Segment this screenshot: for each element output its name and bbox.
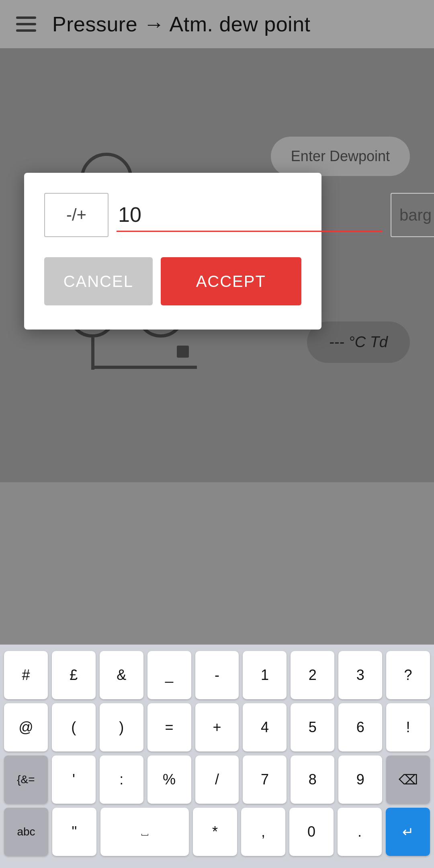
key-minus[interactable]: - [195,651,239,699]
key-comma[interactable]: , [241,808,285,856]
keyboard-row-2: @ ( ) = + 4 5 6 ! [4,703,430,751]
key-hash[interactable]: # [4,651,48,699]
key-7[interactable]: 7 [243,755,287,804]
enter-key[interactable]: ↵ [386,808,430,856]
keyboard-row-3: {&= ' : % / 7 8 9 ⌫ [4,755,430,804]
enter-icon: ↵ [402,824,414,840]
key-symbols[interactable]: {&= [4,755,48,804]
key-doublequote[interactable]: " [52,808,96,856]
keyboard: # £ & _ - 1 2 3 ? @ ( ) = + 4 5 6 ! {&= … [0,645,434,868]
key-abc[interactable]: abc [4,808,48,856]
dialog-buttons: CANCEL ACCEPT [44,257,301,305]
key-4[interactable]: 4 [243,703,287,751]
key-underscore[interactable]: _ [147,651,191,699]
dialog-overlay: -/+ barg CANCEL ACCEPT [0,48,434,482]
key-period[interactable]: . [338,808,382,856]
accept-button[interactable]: ACCEPT [161,257,301,305]
key-colon[interactable]: : [100,755,143,804]
key-slash[interactable]: / [195,755,239,804]
key-question[interactable]: ? [386,651,430,699]
key-open-paren[interactable]: ( [52,703,96,751]
key-8[interactable]: 8 [291,755,334,804]
page-title: Pressure → Atm. dew point [52,12,311,36]
key-at[interactable]: @ [4,703,48,751]
input-dialog: -/+ barg CANCEL ACCEPT [24,173,321,330]
key-1[interactable]: 1 [243,651,287,699]
key-0[interactable]: 0 [289,808,334,856]
key-space[interactable]: ⎵ [100,808,189,856]
key-close-paren[interactable]: ) [100,703,143,751]
key-exclaim[interactable]: ! [386,703,430,751]
key-6[interactable]: 6 [338,703,382,751]
app-header: Pressure → Atm. dew point [0,0,434,48]
key-equals[interactable]: = [147,703,191,751]
key-apostrophe[interactable]: ' [52,755,96,804]
menu-icon[interactable] [16,16,36,32]
key-plus[interactable]: + [195,703,239,751]
key-3[interactable]: 3 [338,651,382,699]
key-9[interactable]: 9 [338,755,382,804]
key-5[interactable]: 5 [291,703,334,751]
cancel-button[interactable]: CANCEL [44,257,153,305]
keyboard-row-1: # £ & _ - 1 2 3 ? [4,651,430,699]
key-asterisk[interactable]: * [193,808,237,856]
key-pound[interactable]: £ [52,651,96,699]
backspace-key[interactable]: ⌫ [386,755,430,804]
unit-dropdown[interactable]: barg [391,193,434,237]
key-2[interactable]: 2 [291,651,334,699]
sign-toggle-button[interactable]: -/+ [44,193,108,237]
input-row: -/+ barg [44,193,301,237]
key-percent[interactable]: % [147,755,191,804]
key-ampersand[interactable]: & [100,651,143,699]
backspace-icon: ⌫ [399,772,418,788]
main-content: Enter Dewpoint --- °C Td -/+ barg [0,48,434,482]
value-input[interactable] [117,199,383,232]
unit-value: barg [399,206,432,224]
keyboard-row-4: abc " ⎵ * , 0 . ↵ [4,808,430,856]
